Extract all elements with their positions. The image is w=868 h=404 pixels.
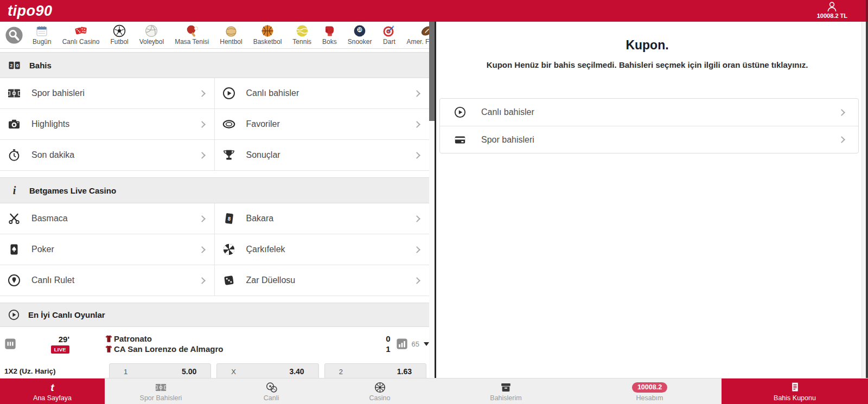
- svg-text:t: t: [50, 382, 55, 393]
- window-edge: [866, 22, 868, 378]
- bottom-nav: tAna SayfayaSpor BahisleriCanliCasinoBah…: [0, 378, 868, 404]
- menu-item-zar-d-ellosu[interactable]: Zar Düellosu: [215, 265, 430, 296]
- handball-icon: [225, 24, 238, 37]
- sport-tennis[interactable]: Tennis: [287, 24, 317, 46]
- camera-icon: [8, 118, 21, 131]
- scissors-icon: [8, 212, 21, 225]
- chevron-right-icon: [199, 246, 206, 253]
- menu-item-sonu-lar[interactable]: Sonuçlar: [215, 140, 430, 171]
- window-edge-top: [866, 0, 868, 22]
- pitch-icon: [4, 338, 16, 350]
- sport-boks[interactable]: Boks: [317, 24, 342, 46]
- sport-hentbol[interactable]: Hentbol: [214, 24, 247, 46]
- play-circle-icon: [8, 309, 20, 320]
- boxing-icon: [323, 24, 336, 37]
- menu-item-bakara[interactable]: 8Bakara: [215, 203, 430, 234]
- market-label: 1X2 (Uz. Hariç): [4, 363, 109, 380]
- section-header-bahis: 20Bahis: [0, 52, 429, 78]
- dicecube-icon: [222, 274, 235, 287]
- roulette-icon: [8, 274, 21, 287]
- menu-item-poker[interactable]: Poker: [0, 234, 215, 265]
- trophy-icon: [222, 149, 235, 162]
- sport-futbol[interactable]: Futbol: [105, 24, 133, 46]
- away-team-name: CA San Lorenzo de Almagro: [114, 344, 223, 354]
- soccer-icon: [113, 24, 126, 37]
- caret-down-icon[interactable]: [424, 342, 429, 349]
- menu-item-son-dakika[interactable]: Son dakika: [0, 140, 215, 171]
- info-icon: i: [8, 184, 21, 197]
- market-count: 65: [412, 340, 419, 348]
- nav-hesab-m[interactable]: 10008.2Hesabım: [578, 379, 722, 404]
- chevron-right-icon: [413, 215, 420, 222]
- menu-item-highlights[interactable]: Highlights: [0, 109, 215, 140]
- odd-button-x[interactable]: X3.40: [216, 363, 318, 380]
- right-scrollbar-track: [861, 22, 866, 378]
- stats-icon[interactable]: [396, 338, 408, 350]
- match-row[interactable]: 29' LIVE Patronato CA San Lorenzo de Alm…: [0, 327, 429, 361]
- live-badge: LIVE: [51, 345, 69, 354]
- tlogo-icon: t: [47, 382, 58, 393]
- balance-badge: 10008.2: [632, 382, 667, 393]
- top-header: tipo90 10008.2 TL: [0, 0, 868, 22]
- match-teams: Patronato CA San Lorenzo de Almagro: [105, 334, 369, 354]
- stadium-icon: [222, 118, 235, 131]
- menu-item-ark-felek[interactable]: Çarkıfelek: [215, 234, 430, 265]
- tabletennis-icon: [186, 24, 199, 37]
- home-score: 0: [369, 334, 391, 344]
- menu-item-canl-bahisler[interactable]: Canlı bahisler: [215, 78, 430, 109]
- sport-voleybol[interactable]: Voleybol: [134, 24, 169, 46]
- coupon-empty-message: Kupon Henüz bir bahis seçilmedi. Bahisle…: [439, 60, 855, 69]
- chevron-right-icon: [413, 90, 420, 97]
- search-icon[interactable]: [5, 26, 23, 44]
- tipo90-logo[interactable]: tipo90: [8, 3, 53, 20]
- odd-button-2[interactable]: 21.63: [324, 363, 426, 380]
- card8-icon: 8: [222, 212, 235, 225]
- coupon-link-spor-bahisleri[interactable]: Spor bahisleri: [440, 126, 858, 153]
- panel-divider: [435, 22, 436, 378]
- left-scrollbar-thumb[interactable]: [429, 22, 435, 121]
- section-header-live-games: En İyi Canlı Oyunlar: [0, 303, 429, 327]
- nav-casino[interactable]: Casino: [326, 379, 434, 404]
- basketball-icon: [261, 24, 274, 37]
- sport-dart[interactable]: Dart: [377, 24, 401, 46]
- match-score: 0 1: [369, 334, 391, 354]
- nav-ana-sayfaya[interactable]: tAna Sayfaya: [0, 379, 105, 404]
- sport-basketbol[interactable]: Basketbol: [248, 24, 288, 46]
- chevron-right-icon: [199, 121, 206, 128]
- dice-icon: [74, 24, 87, 37]
- menu-item-canl-rulet[interactable]: Canlı Rulet: [0, 265, 215, 296]
- chevron-right-icon: [199, 215, 206, 222]
- svg-text:i: i: [13, 184, 16, 196]
- chevron-right-icon: [838, 136, 845, 143]
- sport-canl-casino[interactable]: Canlı Casino: [57, 24, 105, 46]
- sport-bug-n[interactable]: Bugün: [27, 24, 57, 46]
- menu-item-spor-bahisleri[interactable]: Spor bahisleri: [0, 78, 215, 109]
- home-jersey-icon: [105, 335, 112, 343]
- nav-bahis-kuponu[interactable]: Bahis Kuponu: [722, 379, 868, 404]
- live-match-card: 29' LIVE Patronato CA San Lorenzo de Alm…: [0, 327, 429, 380]
- stopwatch-icon: [8, 149, 21, 162]
- volleyball-icon: [145, 24, 158, 37]
- live-games-title: En İyi Canlı Oyunlar: [28, 310, 105, 319]
- snooker-icon: 10: [353, 24, 366, 37]
- nav-bahislerim[interactable]: Bahislerim: [434, 379, 578, 404]
- svg-text:2: 2: [10, 63, 13, 68]
- account-button[interactable]: 10008.2 TL: [817, 1, 847, 19]
- odd-button-1[interactable]: 15.00: [109, 363, 211, 380]
- coupon-link-canl-bahisler[interactable]: Canlı bahisler: [440, 99, 858, 126]
- menu-sections: 20BahisSpor bahisleriCanlı bahislerHighl…: [0, 52, 429, 303]
- user-icon: [826, 1, 838, 13]
- coupon-links-card: Canlı bahislerSpor bahisleri: [439, 98, 859, 153]
- wheel-icon: [222, 243, 235, 256]
- menu-item-basmaca[interactable]: Basmaca: [0, 203, 215, 234]
- chevron-right-icon: [838, 109, 845, 116]
- pitchgray-icon: [155, 382, 167, 393]
- sport-masa-tenisi[interactable]: Masa Tenisi: [169, 24, 214, 46]
- chevron-right-icon: [413, 277, 420, 284]
- nav-canli[interactable]: Canli: [217, 379, 326, 404]
- sport-snooker[interactable]: 10Snooker: [342, 24, 378, 46]
- tennis-icon: [296, 24, 309, 37]
- home-team-name: Patronato: [114, 334, 152, 343]
- nav-spor-bahisleri[interactable]: Spor Bahisleri: [105, 379, 217, 404]
- menu-item-favoriler[interactable]: Favoriler: [215, 109, 430, 140]
